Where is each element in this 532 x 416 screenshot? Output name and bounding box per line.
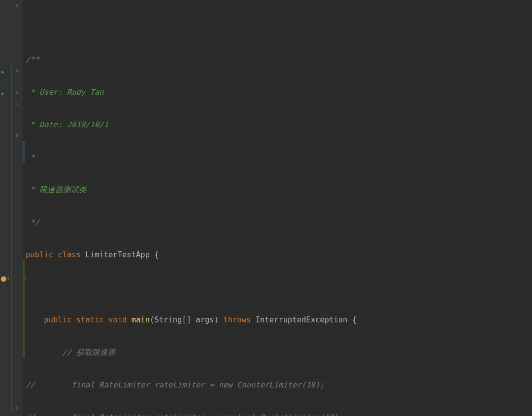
fold-toggle-icon[interactable]: ⊟ xyxy=(15,65,21,76)
fold-toggle-icon[interactable]: ⊟ xyxy=(15,414,21,416)
commented-code: // final RateLimiter rateLimiter = new L… xyxy=(26,412,532,416)
indent-guide xyxy=(11,65,12,412)
fold-toggle-icon[interactable]: ⊟ xyxy=(15,403,21,414)
doc-comment: * Date: 2018/10/1 xyxy=(26,120,108,129)
vcs-marker[interactable] xyxy=(23,260,25,358)
commented-code: // final RateLimiter rateLimiter = new C… xyxy=(26,380,532,390)
doc-comment: * User: Rudy Tan xyxy=(26,88,104,97)
comment: // 获取限速器 xyxy=(63,348,116,357)
gutter[interactable]: ⊟ ⊟ ▶ ⊟ ▶ ◡ ⊟ ⬤↑ ⊞ ⊟ ⊟ xyxy=(0,0,23,416)
class-declaration: public class LimiterTestApp { xyxy=(26,249,532,260)
doc-comment: * xyxy=(26,153,35,162)
main-method-signature: public static void main(String[] args) t… xyxy=(26,314,532,325)
vcs-marker[interactable] xyxy=(23,141,25,163)
doc-comment: * 限速器测试类 xyxy=(26,185,87,194)
fold-toggle-icon[interactable]: ⊟ xyxy=(15,130,21,141)
fold-toggle-icon[interactable]: ⊟ xyxy=(15,87,21,98)
inspection-icon[interactable]: ◡ xyxy=(15,98,21,108)
code-editor[interactable]: ⊟ ⊟ ▶ ⊟ ▶ ◡ ⊟ ⬤↑ ⊞ ⊟ ⊟ /** * User: Rudy … xyxy=(0,0,532,416)
vcs-change-icon[interactable]: ⬤↑ xyxy=(0,274,6,284)
run-class-icon[interactable]: ▶ xyxy=(1,67,7,77)
run-main-icon[interactable]: ▶ xyxy=(1,88,7,99)
doc-comment: /** xyxy=(26,55,39,64)
doc-comment: */ xyxy=(26,218,39,227)
code-area[interactable]: /** * User: Rudy Tan * Date: 2018/10/1 *… xyxy=(23,0,532,416)
fold-toggle-icon[interactable]: ⊟ xyxy=(15,0,21,11)
